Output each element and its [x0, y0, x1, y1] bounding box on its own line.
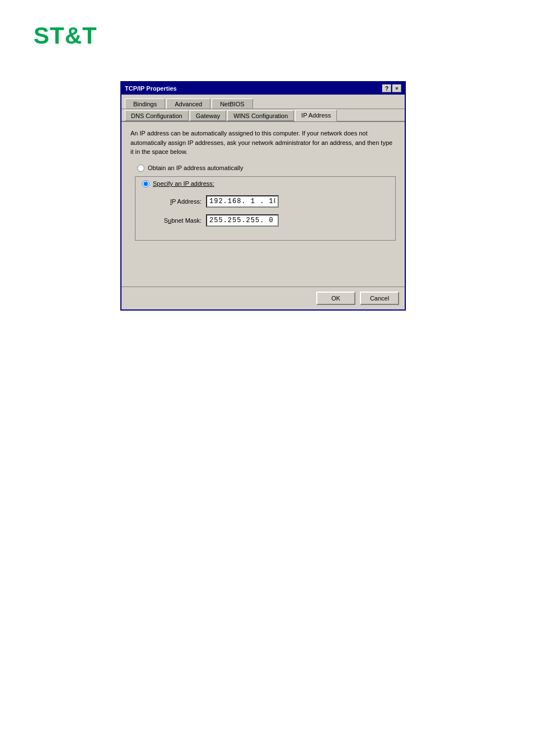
title-bar-buttons: ? ×: [382, 84, 401, 92]
tab-netbios[interactable]: NetBIOS: [212, 98, 252, 109]
radio-auto-option: Obtain an IP address automatically: [137, 165, 396, 172]
tab-gateway[interactable]: Gateway: [190, 110, 226, 121]
specify-ip-group: Specify an IP address: IP Address: Subne…: [135, 176, 396, 241]
ok-button[interactable]: OK: [316, 292, 355, 305]
tcp-ip-properties-dialog: TCP/IP Properties ? × Bindings Advanced …: [120, 81, 406, 311]
tabs-row-2: DNS Configuration Gateway WINS Configura…: [121, 109, 405, 122]
tab-bindings[interactable]: Bindings: [125, 98, 165, 109]
button-row: OK Cancel: [121, 287, 405, 309]
ip-address-label: IP Address:: [151, 198, 202, 205]
tab-dns-configuration[interactable]: DNS Configuration: [125, 110, 189, 121]
title-bar: TCP/IP Properties ? ×: [121, 82, 405, 95]
radio-auto-label[interactable]: Obtain an IP address automatically: [148, 165, 243, 171]
help-button[interactable]: ?: [382, 84, 391, 92]
radio-specify-label[interactable]: Specify an IP address:: [153, 180, 214, 187]
tab-wins-configuration[interactable]: WINS Configuration: [227, 110, 294, 121]
radio-specify-input[interactable]: [142, 180, 149, 187]
cancel-button[interactable]: Cancel: [360, 292, 399, 305]
ip-address-input[interactable]: [206, 195, 279, 208]
radio-auto-input[interactable]: [137, 165, 144, 172]
description-text: An IP address can be automatically assig…: [130, 129, 396, 157]
subnet-mask-input[interactable]: [206, 214, 279, 227]
dialog-wrapper: TCP/IP Properties ? × Bindings Advanced …: [120, 81, 406, 311]
subnet-mask-row: Subnet Mask:: [142, 214, 388, 227]
logo: ST&T: [34, 22, 97, 49]
tab-ip-address[interactable]: IP Address: [295, 110, 337, 121]
content-spacer: [130, 241, 396, 280]
ip-address-row: IP Address:: [142, 195, 388, 208]
content-area: An IP address can be automatically assig…: [121, 122, 405, 287]
tabs-row-1: Bindings Advanced NetBIOS: [121, 95, 405, 109]
radio-specify-option: Specify an IP address:: [142, 180, 388, 187]
close-button[interactable]: ×: [392, 84, 401, 92]
tab-advanced[interactable]: Advanced: [166, 98, 210, 109]
subnet-mask-label: Subnet Mask:: [151, 217, 202, 224]
dialog-title: TCP/IP Properties: [125, 85, 177, 92]
